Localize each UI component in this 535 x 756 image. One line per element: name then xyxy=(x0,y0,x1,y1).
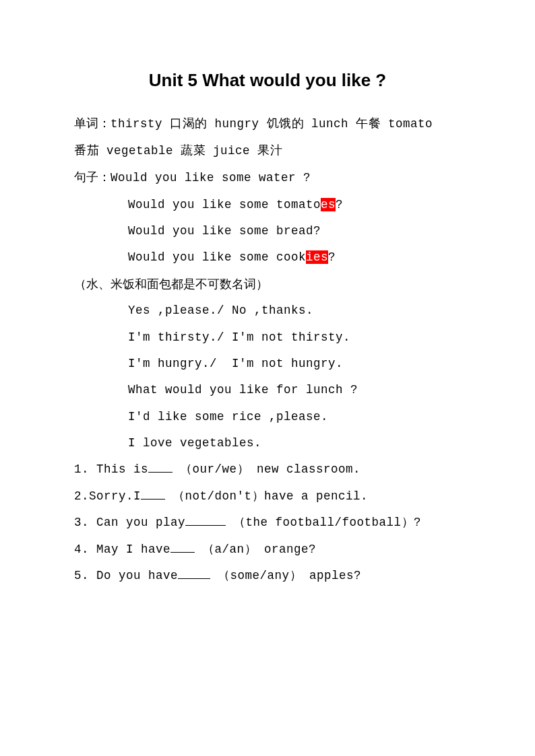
sentence-line-2: Would you like some tomatoes? xyxy=(74,192,461,218)
sentence-4-part-a: Would you like some cook xyxy=(128,250,306,264)
exercise-5: 5. Do you have （some/any） apples? xyxy=(74,563,461,589)
sentence-line-4: Would you like some cookies? xyxy=(74,244,461,271)
highlight-ies: ies xyxy=(306,250,328,264)
highlight-es: es xyxy=(321,198,336,211)
exercise-4: 4. May I have （a/an） orange? xyxy=(74,537,461,563)
sentence-4-part-b: ? xyxy=(328,250,336,264)
vocab-text-2: 番茄 vegetable 蔬菜 juice 果汁 xyxy=(74,144,282,158)
sentence-line-7: I'm hungry./ I'm not hungry. xyxy=(74,351,461,377)
exercise-3: 3. Can you play （the football/football）? xyxy=(74,510,461,536)
exercise-4-part-b: （a/an） orange? xyxy=(195,543,316,556)
sentence-line-8: What would you like for lunch ? xyxy=(74,377,461,403)
exercise-1-part-a: 1. This is xyxy=(74,462,148,476)
note-line: （水、米饭和面包都是不可数名词） xyxy=(74,271,461,298)
sentence-line-10: I love vegetables. xyxy=(74,430,461,456)
sentence-2-part-b: ? xyxy=(336,198,343,211)
exercise-2: 2.Sorry.I （not/don't）have a pencil. xyxy=(74,483,461,510)
sentence-2-part-a: Would you like some tomato xyxy=(128,198,321,211)
exercise-4-part-a: 4. May I have xyxy=(74,543,170,556)
exercise-5-part-a: 5. Do you have xyxy=(74,569,178,582)
exercise-3-part-b: （the football/football）? xyxy=(226,516,421,529)
exercise-1: 1. This is （our/we） new classroom. xyxy=(74,456,461,483)
vocab-line-1: 单词：thirsty 口渴的 hungry 饥饿的 lunch 午餐 tomat… xyxy=(74,110,461,137)
vocab-text-1: thirsty 口渴的 hungry 饥饿的 lunch 午餐 tomato xyxy=(111,117,433,131)
sentence-line-6: I'm thirsty./ I'm not thirsty. xyxy=(74,324,461,351)
blank-4[interactable] xyxy=(170,541,195,553)
blank-1[interactable] xyxy=(148,462,172,473)
sentence-line-1: 句子：Would you like some water ? xyxy=(74,164,461,191)
page-title: Unit 5 What would you like ? xyxy=(74,61,461,100)
sentence-line-9: I'd like some rice ,please. xyxy=(74,404,461,430)
vocab-line-2: 番茄 vegetable 蔬菜 juice 果汁 xyxy=(74,137,461,164)
sentence-label: 句子： xyxy=(74,170,111,184)
exercise-1-part-b: （our/we） new classroom. xyxy=(172,462,360,476)
blank-2[interactable] xyxy=(141,488,165,500)
exercise-2-part-a: 2.Sorry.I xyxy=(74,489,141,503)
blank-3[interactable] xyxy=(185,514,226,526)
vocab-label: 单词： xyxy=(74,116,111,130)
exercise-2-part-b: （not/don't）have a pencil. xyxy=(165,489,368,503)
sentence-line-3: Would you like some bread? xyxy=(74,218,461,244)
sentence-line-5: Yes ,please./ No ,thanks. xyxy=(74,298,461,324)
exercise-5-part-b: （some/any） apples? xyxy=(210,569,361,582)
blank-5[interactable] xyxy=(178,568,210,579)
exercise-3-part-a: 3. Can you play xyxy=(74,516,185,529)
sentence-1: Would you like some water ? xyxy=(111,171,311,184)
